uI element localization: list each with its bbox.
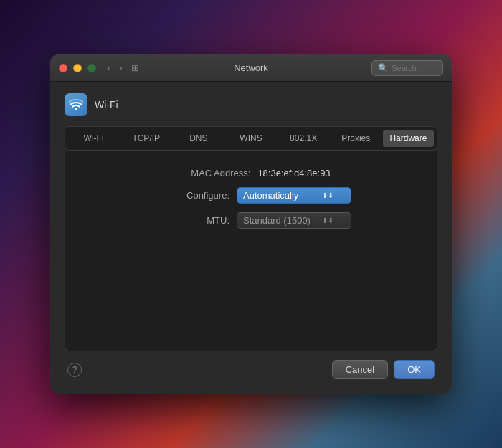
wifi-icon bbox=[65, 93, 87, 116]
maximize-button[interactable] bbox=[87, 64, 96, 72]
mtu-label: MTU: bbox=[151, 215, 229, 226]
tabs-bar: Wi-Fi TCP/IP DNS WINS 802.1X Proxies Har… bbox=[65, 126, 437, 151]
content-area: Wi-Fi Wi-Fi TCP/IP DNS WINS 802.1X Proxi… bbox=[50, 82, 452, 394]
mtu-dropdown[interactable]: Standard (1500) ⬆⬇ bbox=[237, 212, 351, 229]
configure-value: Automatically bbox=[243, 190, 298, 201]
hardware-panel: MAC Address: 18:3e:ef:d4:8e:93 Configure… bbox=[65, 151, 437, 351]
mtu-value: Standard (1500) bbox=[243, 215, 311, 226]
help-button[interactable]: ? bbox=[67, 363, 82, 377]
bottom-bar: ? Cancel OK bbox=[65, 351, 437, 382]
wifi-header: Wi-Fi bbox=[65, 93, 437, 116]
tab-proxies[interactable]: Proxies bbox=[331, 130, 382, 147]
mtu-dropdown-arrow: ⬆⬇ bbox=[322, 216, 333, 224]
ok-button[interactable]: OK bbox=[394, 360, 435, 379]
search-placeholder: Search bbox=[392, 64, 417, 72]
minimize-button[interactable] bbox=[73, 64, 82, 72]
configure-dropdown[interactable]: Automatically ⬆⬇ bbox=[237, 187, 351, 204]
titlebar-nav: ‹ › bbox=[105, 61, 126, 75]
traffic-lights bbox=[59, 64, 96, 72]
tab-dns[interactable]: DNS bbox=[173, 130, 224, 147]
grid-icon: ⊞ bbox=[131, 62, 139, 73]
forward-button[interactable]: › bbox=[116, 61, 125, 75]
network-window: ‹ › ⊞ Network 🔍 Search Wi-Fi Wi-Fi bbox=[50, 54, 452, 394]
section-title: Wi-Fi bbox=[95, 99, 118, 110]
close-button[interactable] bbox=[59, 64, 67, 72]
mac-address-label: MAC Address: bbox=[171, 168, 250, 178]
search-box[interactable]: 🔍 Search bbox=[371, 60, 443, 76]
window-title: Network bbox=[234, 62, 268, 73]
titlebar: ‹ › ⊞ Network 🔍 Search bbox=[50, 54, 452, 82]
configure-dropdown-arrow: ⬆⬇ bbox=[322, 191, 333, 199]
tab-tcpip[interactable]: TCP/IP bbox=[120, 130, 171, 147]
tab-wifi[interactable]: Wi-Fi bbox=[68, 130, 119, 147]
mac-address-row: MAC Address: 18:3e:ef:d4:8e:93 bbox=[80, 168, 422, 178]
tab-hardware[interactable]: Hardware bbox=[383, 130, 434, 147]
configure-label: Configure: bbox=[151, 190, 229, 201]
action-buttons: Cancel OK bbox=[332, 360, 435, 379]
tab-8021x[interactable]: 802.1X bbox=[278, 130, 329, 147]
configure-row: Configure: Automatically ⬆⬇ bbox=[80, 187, 422, 204]
back-button[interactable]: ‹ bbox=[105, 61, 113, 75]
search-icon: 🔍 bbox=[378, 63, 389, 73]
mac-address-value: 18:3e:ef:d4:8e:93 bbox=[257, 168, 330, 178]
mtu-row: MTU: Standard (1500) ⬆⬇ bbox=[80, 212, 422, 229]
cancel-button[interactable]: Cancel bbox=[332, 360, 388, 379]
tab-wins[interactable]: WINS bbox=[225, 130, 276, 147]
